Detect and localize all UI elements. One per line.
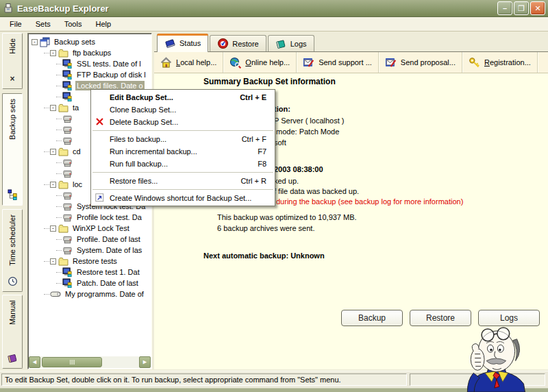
context-menu: Edit Backup Set...Ctrl + EClone Backup S… <box>90 89 275 206</box>
summary-fragment: during the backup (see backup log for mo… <box>276 197 463 206</box>
tab-logs[interactable]: Logs <box>268 35 314 51</box>
tree-expander-minus[interactable]: - <box>50 105 56 111</box>
tree-item-ftp-backup-of-disk-l[interactable]: FTP Backup of disk l <box>29 69 151 80</box>
minimize-button[interactable]: – <box>497 1 512 15</box>
backup-button[interactable]: Backup <box>341 310 403 326</box>
restore-button[interactable]: ❐ <box>514 1 529 15</box>
sidebar-tab-label: Hide <box>8 38 16 54</box>
summary-fragment: soft <box>274 138 286 147</box>
tree-expander-minus[interactable]: - <box>50 258 56 265</box>
tree-connector <box>56 130 62 130</box>
tree-item-restore-tests[interactable]: -Restore tests <box>29 256 151 267</box>
tree-expander-minus[interactable]: - <box>32 39 38 45</box>
tree-item-backup-sets[interactable]: -Backup sets <box>29 36 151 47</box>
tree-expander-minus[interactable]: - <box>50 182 56 188</box>
tree-item-profile-date-of-last[interactable]: Profile. Date of last <box>29 234 151 245</box>
menu-help[interactable]: Help <box>88 19 118 29</box>
tree-connector <box>56 250 62 251</box>
tree-item-label: cd <box>71 147 82 156</box>
menu-file[interactable]: File <box>3 19 29 29</box>
clock-icon <box>8 276 18 286</box>
tree-connector <box>44 108 49 108</box>
close-button[interactable]: ✕ <box>530 1 545 15</box>
menu-item-shortcut: Ctrl + E <box>240 93 266 101</box>
key-icon <box>469 57 480 69</box>
shortcut-icon <box>95 193 104 202</box>
context-menu-item-edit-backup-set[interactable]: Edit Backup Set...Ctrl + E <box>91 91 275 103</box>
summary-fragment: tion: <box>274 105 290 113</box>
tree-connector <box>56 64 62 64</box>
tree-item-my-programms-date-of[interactable]: My programms. Date of <box>29 289 151 299</box>
computer-icon <box>62 278 73 289</box>
tree-connector <box>56 217 62 218</box>
drive-icon <box>62 158 73 168</box>
drive-icon <box>62 169 73 179</box>
tab-restore[interactable]: Restore <box>210 35 266 51</box>
tree-connector <box>44 151 49 152</box>
toolbar-button-local-help[interactable]: Local help... <box>154 52 223 73</box>
context-menu-item-files-to-backup[interactable]: Files to backup...Ctrl + F <box>91 133 275 145</box>
globe-icon <box>229 57 241 69</box>
menu-item-label: Delete Backup Set... <box>110 118 178 126</box>
sidebar-tab-label: Time scheduler <box>8 215 16 266</box>
sidebar-tab-manual[interactable]: Manual <box>2 295 23 369</box>
menu-item-label: Create Windows shortcut for Backup Set..… <box>110 194 251 202</box>
window-title: EaseBackup Explorer <box>17 3 496 14</box>
menu-tools[interactable]: Tools <box>58 19 89 29</box>
tree-item-ssl-tests-date-of-l[interactable]: SSL tests. Date of l <box>29 58 151 69</box>
menu-item-shortcut: Ctrl + F <box>242 135 266 143</box>
tree-connector <box>44 261 49 262</box>
context-menu-item-restore-files[interactable]: Restore files...Ctrl + R <box>91 175 275 187</box>
tree-item-label <box>75 129 78 130</box>
tree-expander-minus[interactable]: - <box>50 225 56 232</box>
tree-connector <box>44 184 49 185</box>
context-menu-item-run-full-backup[interactable]: Run full backup...F8 <box>91 158 275 170</box>
tree-item-winxp-lock-test[interactable]: -WinXP Lock Test <box>29 223 151 234</box>
app-icon <box>3 3 14 14</box>
context-menu-item-run-incremental-backup[interactable]: Run incremental backup...F7 <box>91 145 275 158</box>
toolbar-button-send-proposal[interactable]: Send proposal... <box>379 52 462 73</box>
tree-horizontal-scrollbar[interactable]: ◄ ► <box>29 356 151 368</box>
summary-fragment: ked up. <box>274 177 299 185</box>
tree-item-label: System. Date of las <box>75 245 143 255</box>
summary-fragment: mode: Patch Mode <box>276 127 339 136</box>
tree-item-patch-date-of-last[interactable]: Patch. Date of last <box>29 278 151 289</box>
tab-status[interactable]: Status <box>157 34 208 52</box>
toolbar-button-label: Local help... <box>176 58 216 66</box>
sidebar-tab-hide[interactable]: Hide× <box>2 33 23 89</box>
scroll-left-button[interactable]: ◄ <box>29 356 40 368</box>
tree-expander-minus[interactable]: - <box>50 149 56 155</box>
tree-connector <box>56 195 62 196</box>
context-menu-item-create-windows-shortcut-for-backup-set[interactable]: Create Windows shortcut for Backup Set..… <box>91 192 275 204</box>
tree-item-restore-test-1-dat[interactable]: Restore test 1. Dat <box>29 267 151 278</box>
toolbar-button-registration[interactable]: Registration... <box>462 52 538 73</box>
tree-expander-minus[interactable]: - <box>50 50 56 56</box>
title-bar: EaseBackup Explorer – ❐ ✕ <box>0 0 548 17</box>
sidebar-tab-backup-sets[interactable]: Backup sets <box>2 93 23 206</box>
toolbar-button-send-support[interactable]: Send support ... <box>297 52 379 73</box>
mail-icon <box>303 57 314 69</box>
menu-item-label: Run full backup... <box>110 160 168 168</box>
scroll-thumb[interactable] <box>42 357 102 367</box>
sidebar-tab-time-scheduler[interactable]: Time scheduler <box>2 209 23 292</box>
tree-item-ftp-backups[interactable]: -ftp backups <box>29 47 151 58</box>
backup-squares-icon <box>8 189 18 200</box>
scroll-right-button[interactable]: ► <box>139 356 151 368</box>
drive-icon <box>62 201 73 212</box>
tree-connector <box>56 173 62 174</box>
tree-connector <box>56 75 62 75</box>
tree-item-label: My programms. Date of <box>64 289 145 299</box>
toolbar-button-online-help[interactable]: Online help... <box>223 52 297 73</box>
tree-connector <box>56 97 62 97</box>
close-x-icon: × <box>10 74 14 84</box>
context-menu-item-delete-backup-set[interactable]: Delete Backup Set... <box>91 116 275 128</box>
menu-sets[interactable]: Sets <box>29 19 58 29</box>
menu-item-shortcut: F7 <box>258 147 266 156</box>
tree-connector <box>56 272 62 273</box>
context-menu-item-clone-backup-set[interactable]: Clone Backup Set... <box>91 103 275 116</box>
tree-item-label <box>75 118 78 119</box>
menu-item-shortcut: F8 <box>258 160 266 168</box>
tree-item-system-date-of-las[interactable]: System. Date of las <box>29 245 151 256</box>
tree-item-label: FTP Backup of disk l <box>75 70 147 79</box>
tree-item-profile-lock-test-da[interactable]: Profile lock test. Da <box>29 212 151 223</box>
